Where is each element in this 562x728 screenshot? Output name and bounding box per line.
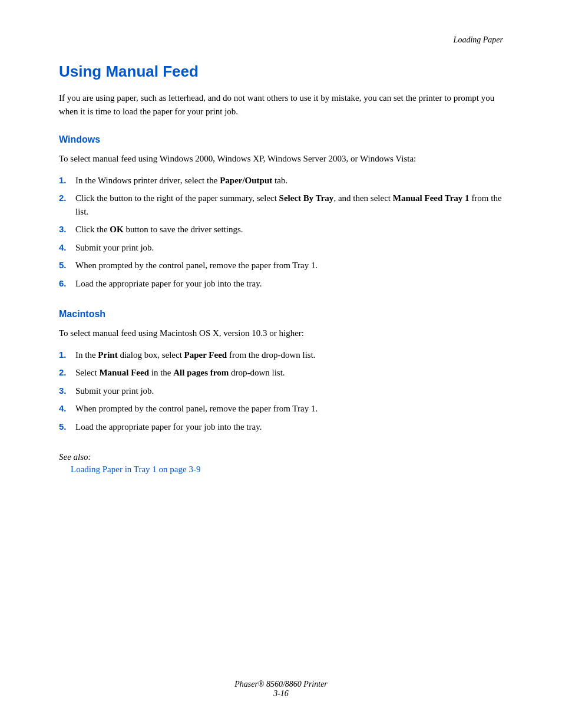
windows-step-3: 3. Click the OK button to save the drive… — [59, 223, 503, 236]
step-text-5: When prompted by the control panel, remo… — [75, 259, 503, 272]
macintosh-heading: Macintosh — [59, 309, 503, 319]
intro-paragraph: If you are using paper, such as letterhe… — [59, 91, 503, 118]
footer-page-number: 3-16 — [0, 689, 562, 699]
step-number-6: 6. — [59, 277, 75, 291]
mac-step-text-2: Select Manual Feed in the All pages from… — [75, 366, 503, 380]
windows-heading: Windows — [59, 134, 503, 145]
mac-step-text-5: Load the appropriate paper for your job … — [75, 420, 503, 434]
windows-step-5: 5. When prompted by the control panel, r… — [59, 259, 503, 272]
chapter-title-text: Loading Paper — [454, 35, 503, 44]
step-text-1: In the Windows printer driver, select th… — [75, 174, 503, 187]
step-number-2: 2. — [59, 192, 75, 205]
see-also-link-text: Loading Paper in Tray 1 — [71, 465, 157, 474]
step-text-4: Submit your print job. — [75, 241, 503, 255]
see-also-link-suffix: on page 3-9 — [157, 465, 201, 474]
windows-intro: To select manual feed using Windows 2000… — [59, 152, 503, 166]
see-also-label: See also: — [59, 452, 503, 462]
macintosh-step-2: 2. Select Manual Feed in the All pages f… — [59, 366, 503, 380]
mac-step-number-2: 2. — [59, 366, 75, 380]
windows-steps-list: 1. In the Windows printer driver, select… — [59, 174, 503, 291]
page-footer: Phaser® 8560/8860 Printer 3-16 — [0, 680, 562, 699]
mac-step-number-1: 1. — [59, 348, 75, 362]
macintosh-intro: To select manual feed using Macintosh OS… — [59, 327, 503, 340]
mac-step-number-5: 5. — [59, 420, 75, 434]
mac-step-text-1: In the Print dialog box, select Paper Fe… — [75, 348, 503, 362]
macintosh-steps-list: 1. In the Print dialog box, select Paper… — [59, 348, 503, 434]
page-title: Using Manual Feed — [59, 62, 503, 81]
step-number-3: 3. — [59, 223, 75, 236]
step-number-1: 1. — [59, 174, 75, 187]
see-also-block: See also: Loading Paper in Tray 1 on pag… — [59, 452, 503, 475]
macintosh-step-1: 1. In the Print dialog box, select Paper… — [59, 348, 503, 362]
windows-step-4: 4. Submit your print job. — [59, 241, 503, 255]
footer-product-name: Phaser® 8560/8860 Printer — [0, 680, 562, 689]
mac-step-text-3: Submit your print job. — [75, 384, 503, 398]
page-container: Loading Paper Using Manual Feed If you a… — [0, 0, 562, 728]
header-chapter-title: Loading Paper — [59, 35, 503, 45]
windows-step-2: 2. Click the button to the right of the … — [59, 192, 503, 218]
mac-step-number-4: 4. — [59, 402, 75, 416]
windows-section: Windows To select manual feed using Wind… — [59, 134, 503, 290]
macintosh-section: Macintosh To select manual feed using Ma… — [59, 309, 503, 433]
step-text-6: Load the appropriate paper for your job … — [75, 277, 503, 291]
step-text-3: Click the OK button to save the driver s… — [75, 223, 503, 236]
macintosh-step-3: 3. Submit your print job. — [59, 384, 503, 398]
macintosh-step-4: 4. When prompted by the control panel, r… — [59, 402, 503, 416]
mac-step-number-3: 3. — [59, 384, 75, 398]
step-text-2: Click the button to the right of the pap… — [75, 192, 503, 218]
windows-step-1: 1. In the Windows printer driver, select… — [59, 174, 503, 187]
macintosh-step-5: 5. Load the appropriate paper for your j… — [59, 420, 503, 434]
windows-step-6: 6. Load the appropriate paper for your j… — [59, 277, 503, 291]
see-also-link[interactable]: Loading Paper in Tray 1 on page 3-9 — [59, 465, 200, 474]
step-number-5: 5. — [59, 259, 75, 272]
step-number-4: 4. — [59, 241, 75, 255]
mac-step-text-4: When prompted by the control panel, remo… — [75, 402, 503, 416]
